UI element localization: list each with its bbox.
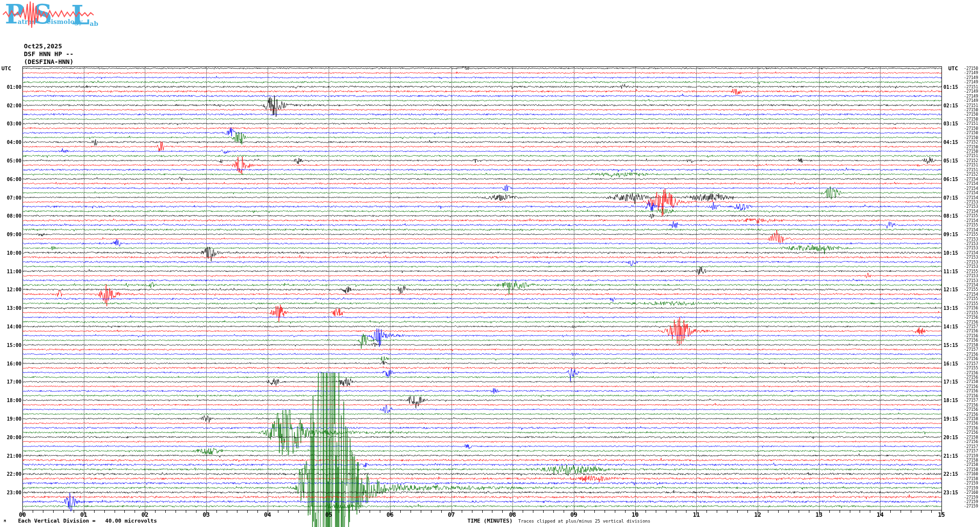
trace-offset-value: -27156	[962, 338, 978, 343]
trace-offset-value: -27154	[962, 250, 978, 255]
hour-label-right: 19:15	[943, 416, 958, 421]
hour-label-right: 15:15	[943, 342, 958, 347]
minute-label: 02	[141, 511, 148, 518]
hour-label-left: 03:00	[0, 121, 21, 126]
time-axis-label: TIME (MINUTES)	[463, 518, 517, 524]
trace-offset-value: -27156	[962, 426, 978, 430]
hour-label-left: 11:00	[0, 268, 21, 274]
trace-offset-value: -27151	[962, 103, 978, 107]
trace-offset-value: -27150	[962, 126, 978, 130]
hour-label-left: 09:00	[0, 232, 21, 237]
date-label: Oct25,2025	[24, 43, 62, 50]
minute-label: 10	[631, 511, 638, 518]
trace-offset-value: -27149	[962, 89, 978, 94]
utc-label-right: UTC	[948, 65, 958, 72]
trace-offset-value: -27155	[962, 287, 978, 292]
trace-offset-value: -27156	[962, 329, 978, 333]
trace-offset-value: -27151	[962, 122, 978, 126]
trace-offset-value: -27150	[962, 149, 978, 154]
minute-label: 03	[203, 511, 210, 518]
minute-label: 15	[938, 511, 945, 518]
trace-offset-value: -27156	[962, 412, 978, 416]
minute-label: 14	[877, 511, 883, 518]
hour-label-left: 23:00	[0, 490, 21, 495]
trace-offset-value: -27150	[962, 117, 978, 121]
hour-label-left: 07:00	[0, 195, 21, 200]
utc-label-left: UTC	[1, 65, 11, 72]
trace-offset-value: -27150	[962, 66, 978, 71]
trace-offset-value: -27155	[962, 269, 978, 273]
trace-offset-value: -27158	[962, 380, 978, 384]
trace-offset-value: -27154	[962, 195, 978, 200]
trace-offset-value: -27151	[962, 167, 978, 172]
hour-label-left: 19:00	[0, 416, 21, 421]
trace-offset-value: -27156	[962, 389, 978, 393]
trace-offset-value: -27154	[962, 292, 978, 296]
hour-label-right: 14:15	[943, 324, 958, 329]
hour-label-right: 06:15	[943, 176, 958, 182]
trace-offset-value: -27150	[962, 135, 978, 140]
hour-label-left: 15:00	[0, 342, 21, 347]
trace-offset-value: -27156	[962, 403, 978, 407]
hour-label-left: 05:00	[0, 158, 21, 163]
trace-offset-value: -27159	[962, 453, 978, 458]
minute-label: 04	[264, 511, 271, 518]
trace-offset-value: -27156	[962, 384, 978, 388]
trace-offset-value: -27156	[962, 357, 978, 361]
trace-offset-value: -27154	[962, 186, 978, 190]
trace-offset-value: -27158	[962, 416, 978, 421]
hour-label-right: 20:15	[943, 434, 958, 440]
trace-offset-value: -27156	[962, 370, 978, 375]
station-code-label: (DESFINA-HNN)	[24, 59, 74, 65]
minute-label: 05	[325, 511, 332, 518]
trace-offset-value: -27155	[962, 301, 978, 305]
trace-offset-value: -27152	[962, 140, 978, 144]
trace-offset-value: -27153	[962, 274, 978, 278]
trace-offset-value: -27155	[962, 297, 978, 301]
trace-offset-value: -27150	[962, 108, 978, 112]
trace-offset-value: -27155	[962, 223, 978, 227]
hour-label-right: 10:15	[943, 250, 958, 255]
hour-label-left: 01:00	[0, 84, 21, 89]
hour-label-left: 02:00	[0, 102, 21, 108]
trace-offset-value: -27156	[962, 430, 978, 435]
hour-label-left: 21:00	[0, 453, 21, 458]
hour-label-left: 10:00	[0, 250, 21, 255]
minute-label: 12	[754, 511, 761, 518]
helicorder-page: P S L atras eismology ab Oct25,2025 DSF …	[0, 0, 980, 527]
trace-offset-value: -27153	[962, 255, 978, 260]
trace-offset-value: -27159	[962, 486, 978, 490]
trace-offset-value: -27155	[962, 310, 978, 315]
hour-label-right: 17:15	[943, 379, 958, 385]
minute-label: 01	[80, 511, 87, 518]
trace-offset-value: -27150	[962, 112, 978, 117]
hour-label-left: 04:00	[0, 140, 21, 145]
hour-label-right: 16:15	[943, 361, 958, 366]
hour-label-right: 04:15	[943, 140, 958, 145]
trace-offset-value: -27154	[962, 209, 978, 213]
trace-offset-value: -27153	[962, 200, 978, 204]
helicorder-canvas	[0, 0, 980, 527]
trace-offset-value: -27153	[962, 246, 978, 250]
trace-offset-value: -27159	[962, 481, 978, 486]
trace-offset-value: -27155	[962, 366, 978, 370]
trace-offset-value: -27156	[962, 333, 978, 338]
seismogram-waveform-icon	[2, 0, 102, 30]
trace-offset-value: -27158	[962, 343, 978, 347]
hour-label-left: 20:00	[0, 434, 21, 440]
trace-offset-value: -27149	[962, 80, 978, 84]
hour-label-right: 03:15	[943, 121, 958, 126]
trace-offset-value: -27154	[962, 283, 978, 287]
trace-offset-value: -27153	[962, 204, 978, 209]
trace-offset-value: -27156	[962, 393, 978, 398]
minute-label: 11	[693, 511, 700, 518]
trace-offset-value: -27151	[962, 154, 978, 158]
trace-offset-value: -27159	[962, 504, 978, 508]
trace-offset-value: -27153	[962, 264, 978, 269]
hour-label-right: 22:15	[943, 471, 958, 477]
trace-offset-value: -27154	[962, 182, 978, 186]
trace-offset-value: -27158	[962, 476, 978, 481]
trace-offset-value: -27157	[962, 347, 978, 352]
trace-offset-value: -27151	[962, 163, 978, 167]
trace-offset-value: -27150	[962, 144, 978, 149]
